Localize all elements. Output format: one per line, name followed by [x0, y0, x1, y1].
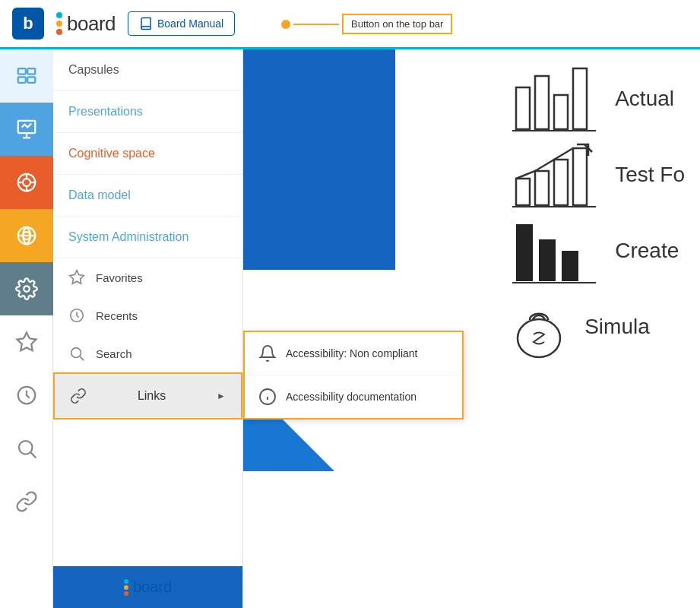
- sidebar-item-links[interactable]: Links ►: [53, 372, 242, 420]
- clock-icon: [15, 384, 38, 407]
- svg-rect-41: [539, 239, 556, 281]
- sidebar-item-search[interactable]: Search: [53, 334, 242, 372]
- app-logo-icon: b: [12, 8, 44, 40]
- submenu-item-accessibility-noncompliant[interactable]: Accessibility: Non compliant: [245, 332, 462, 375]
- brand-circle-blue: [56, 12, 62, 18]
- links-icon: [70, 388, 87, 404]
- star-icon: [15, 331, 38, 353]
- sidebar-icon-cognitive[interactable]: [0, 156, 53, 209]
- annotation-label-topbar: Button on the top bar: [342, 14, 452, 34]
- sidebar-item-capsules[interactable]: Capsules: [53, 49, 242, 91]
- sidebar-item-favorites[interactable]: Favorites: [53, 258, 242, 296]
- arrow-dot: [281, 20, 290, 29]
- svg-point-19: [19, 441, 33, 454]
- brand-circle-orange: [56, 21, 62, 27]
- brand-logo: board: [56, 12, 116, 36]
- sidebar-icon-search[interactable]: [0, 422, 53, 475]
- content-area: Actual Test Fo: [243, 49, 700, 608]
- sidebar-icon-capsules[interactable]: [0, 49, 53, 103]
- svg-rect-0: [18, 68, 26, 74]
- presentations-icon: [15, 118, 38, 141]
- datamodel-icon: [15, 224, 38, 247]
- sidebar-icon-datamodel[interactable]: [0, 209, 53, 262]
- chart-item-simula: Simula: [508, 293, 685, 361]
- board-manual-label: Board Manual: [157, 17, 223, 30]
- main-layout: Capsules Presentations Cognitive space D…: [0, 49, 700, 608]
- submenu-item-accessibility-documentation[interactable]: Accessibility documentation: [245, 375, 462, 418]
- chart-label-actual: Actual: [615, 87, 674, 111]
- links-container: Links ► Accessibility: Non compliant: [53, 372, 242, 420]
- brand-text: board: [67, 12, 116, 36]
- topbar: b board Board Manual Button on the top b…: [0, 0, 700, 49]
- moneybag-icon: [508, 293, 569, 361]
- svg-rect-36: [573, 148, 587, 205]
- svg-rect-34: [535, 171, 549, 205]
- svg-rect-1: [27, 68, 35, 74]
- bottom-brand-circles: [124, 579, 128, 596]
- chart-list: Actual Test Fo: [508, 65, 700, 361]
- svg-point-16: [24, 286, 30, 292]
- chart-item-testfo: Test Fo: [508, 141, 685, 209]
- sidebar-item-datamodel[interactable]: Data model: [53, 175, 242, 217]
- svg-line-20: [31, 453, 36, 458]
- recents-icon: [68, 307, 85, 324]
- chart-label-create: Create: [615, 239, 679, 263]
- bar-chart-filled-create: [508, 217, 600, 285]
- sidebar-item-cognitive[interactable]: Cognitive space: [53, 133, 242, 175]
- svg-rect-28: [516, 87, 530, 129]
- capsules-icon: [15, 65, 38, 87]
- bottom-circle-orange: [124, 585, 128, 590]
- sidebar-icon-favorites[interactable]: [0, 315, 53, 369]
- sidebar-item-sysadmin[interactable]: System Administration: [53, 217, 242, 258]
- board-manual-button[interactable]: Board Manual: [128, 11, 235, 36]
- svg-rect-3: [27, 77, 35, 83]
- sidebar-icon-sysadmin[interactable]: [0, 262, 53, 315]
- blue-background-rect: [243, 49, 395, 270]
- svg-rect-42: [562, 251, 578, 281]
- links-arrow-icon: ►: [217, 391, 226, 401]
- chart-item-create: Create: [508, 217, 685, 285]
- info-icon: [258, 388, 277, 406]
- svg-line-24: [80, 356, 84, 360]
- sidebar-icon-recents[interactable]: [0, 369, 53, 422]
- favorites-icon: [68, 269, 85, 286]
- svg-rect-29: [535, 76, 549, 129]
- svg-rect-30: [554, 95, 568, 129]
- bottom-circle-blue: [124, 579, 128, 584]
- sysadmin-icon: [15, 277, 38, 300]
- sidebar-icon-links[interactable]: [0, 475, 53, 528]
- bottom-brand-text: board: [133, 578, 172, 596]
- brand-circles: [56, 12, 62, 35]
- search-text-icon: [68, 345, 85, 362]
- chart-label-testfo: Test Fo: [615, 163, 685, 187]
- chart-item-actual: Actual: [508, 65, 685, 133]
- svg-point-23: [71, 348, 81, 358]
- bar-chart-outline-actual: [508, 65, 600, 133]
- svg-marker-17: [17, 333, 36, 351]
- book-icon: [139, 17, 153, 30]
- sidebar-bottom-logo: board: [53, 566, 242, 608]
- cognitive-icon: [15, 171, 38, 194]
- arrow-line: [293, 24, 339, 25]
- svg-rect-35: [554, 160, 568, 205]
- search-icon: [15, 437, 38, 460]
- bottom-circle-red: [124, 591, 128, 596]
- svg-rect-33: [516, 179, 530, 205]
- links-label: Links: [138, 389, 166, 403]
- svg-rect-2: [18, 77, 26, 83]
- svg-rect-31: [573, 68, 587, 129]
- bar-chart-outline-testfo: [508, 141, 600, 209]
- icon-sidebar: [0, 49, 53, 608]
- text-sidebar: Capsules Presentations Cognitive space D…: [53, 49, 243, 608]
- annotation-arrow-area: Button on the top bar: [281, 14, 452, 34]
- svg-rect-40: [516, 224, 533, 281]
- links-submenu: Accessibility: Non compliant Accessibili…: [243, 331, 464, 420]
- svg-marker-21: [70, 271, 84, 283]
- brand-circle-red: [56, 29, 62, 35]
- sidebar-item-recents[interactable]: Recents: [53, 296, 242, 334]
- link-icon: [15, 490, 38, 513]
- bell-icon: [258, 344, 277, 363]
- sidebar-item-presentations[interactable]: Presentations: [53, 91, 242, 133]
- svg-point-7: [23, 179, 30, 186]
- sidebar-icon-presentations[interactable]: [0, 103, 53, 156]
